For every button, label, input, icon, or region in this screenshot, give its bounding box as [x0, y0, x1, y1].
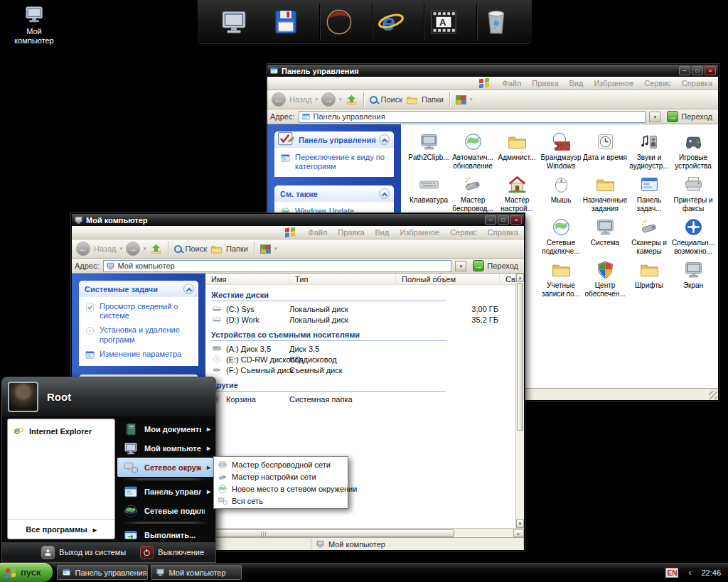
minimize-button[interactable]: − [485, 215, 496, 225]
my-documents-icon[interactable]: Мои документы ▸ [117, 419, 215, 438]
address-input[interactable]: Мой компьютер [103, 260, 452, 272]
sidebar-task-item[interactable]: Переключение к виду по категориям [280, 153, 390, 171]
go-button[interactable]: → Переход [470, 260, 521, 271]
menu-item[interactable]: Файл [502, 79, 521, 87]
search-label[interactable]: Поиск [381, 95, 402, 104]
search-label[interactable]: Поиск [186, 244, 207, 253]
back-dropdown-icon[interactable]: ▾ [120, 246, 123, 252]
back-button[interactable]: ← [76, 242, 90, 256]
menu-item[interactable]: Справка [488, 228, 518, 237]
control-panel-item[interactable]: Специальн... возможно... [671, 217, 715, 259]
menu-item[interactable]: Избранное [594, 79, 633, 87]
file-row[interactable]: Корзина Системная папка [205, 394, 515, 404]
taskbar-button[interactable]: Мой компьютер [151, 565, 242, 580]
control-panel-item[interactable]: Автоматич... обновление [451, 131, 495, 174]
search-icon[interactable] [174, 245, 182, 253]
control-panel-item[interactable]: Игровые устройства [671, 131, 715, 174]
maximize-button[interactable]: □ [498, 215, 509, 225]
control-panel-item[interactable]: Учетные записи по... [539, 259, 583, 302]
resize-grip[interactable] [709, 391, 717, 399]
column-header[interactable]: Полный объем [396, 274, 500, 285]
sidebar-task-item[interactable]: Установка и удаление программ [85, 325, 194, 344]
separator[interactable] [123, 478, 209, 480]
menu-item[interactable]: Справка [682, 79, 712, 87]
submenu-item[interactable]: Мастер настройки сети [215, 470, 346, 483]
file-row[interactable]: (C:) Sys Локальный диск 3,00 ГБ 1,09 ГБ [205, 303, 515, 314]
media-player-icon[interactable] [424, 4, 461, 41]
up-button[interactable] [346, 94, 358, 106]
menu-item[interactable]: Сервис [450, 228, 477, 237]
control-panel-item[interactable]: Система [583, 217, 627, 259]
minimize-button[interactable]: − [679, 66, 690, 75]
maximize-button[interactable]: □ [692, 66, 703, 75]
views-dropdown-icon[interactable]: ▾ [274, 246, 277, 252]
control-panel-item[interactable]: Дата и время [583, 131, 627, 174]
collapse-chevron-icon[interactable] [183, 284, 194, 294]
close-button[interactable]: × [510, 215, 522, 225]
desktop-icon-my-computer[interactable]: Мой компьютер [6, 4, 63, 45]
control-panel-titlebar[interactable]: Панель управления − □ × [267, 65, 718, 77]
language-indicator[interactable]: EN [665, 568, 678, 578]
all-programs-button[interactable]: Все программы ▸ [8, 519, 114, 539]
control-panel-item[interactable]: Звуки и аудиоустр... [627, 131, 671, 174]
control-panel-item[interactable]: Мастер беспровод... [451, 174, 495, 217]
control-panel-item[interactable]: Брандмауэр Windows [539, 131, 583, 174]
folders-icon[interactable] [406, 94, 418, 106]
file-row[interactable]: (D:) Work Локальный диск 35,2 ГБ 31,0 ГБ [205, 314, 515, 325]
internet-explorer-icon[interactable] [373, 4, 410, 41]
address-input[interactable]: Панель управления [299, 111, 646, 123]
file-row[interactable]: (A:) Диск 3,5 Диск 3,5 [205, 343, 515, 354]
recycle-bin-icon[interactable] [477, 4, 514, 41]
start-button[interactable]: пуск [0, 563, 53, 582]
logout-button[interactable]: Выход из системы [41, 546, 126, 559]
shutdown-button[interactable]: Выключение [140, 546, 204, 559]
separator[interactable] [123, 522, 209, 524]
folders-label[interactable]: Папки [226, 244, 248, 253]
scroll-down-icon[interactable]: ▼ [516, 519, 524, 528]
network-connections-icon[interactable]: Сетевые подключения [117, 501, 215, 520]
submenu-item[interactable]: Мастер беспроводной сети [215, 458, 346, 470]
run-icon[interactable]: Выполнить... [117, 525, 215, 544]
column-header[interactable]: Тип [289, 274, 396, 285]
control-panel-item[interactable]: Админист... [495, 131, 539, 174]
control-panel-item[interactable]: Path2Clipb... [407, 131, 451, 174]
folders-label[interactable]: Папки [422, 95, 444, 104]
floppy-drive-icon[interactable] [267, 4, 304, 41]
scroll-up-icon[interactable]: ▲ [516, 274, 524, 282]
control-panel-item[interactable]: Мышь [539, 174, 583, 217]
file-row[interactable]: (F:) Съемный диск Съемный диск [205, 365, 515, 375]
menu-item[interactable]: Избранное [400, 228, 439, 237]
control-panel-item[interactable]: Принтеры и факсы [671, 174, 715, 217]
control-panel-icon[interactable]: Панель управления ▸ [117, 482, 215, 501]
forward-dropdown-icon[interactable]: ▾ [339, 97, 342, 102]
menu-item[interactable]: Сервис [644, 79, 671, 87]
network-places-icon[interactable]: Сетевое окружение ▸ [117, 458, 215, 477]
views-icon[interactable] [456, 95, 466, 104]
control-panel-item[interactable]: Шрифты [627, 259, 671, 302]
back-dropdown-icon[interactable]: ▾ [316, 97, 318, 102]
vertical-scrollbar[interactable]: ▲ ▼ [515, 274, 524, 528]
forward-button[interactable]: → [321, 92, 336, 107]
address-dropdown-button[interactable]: ▾ [649, 112, 660, 122]
folders-icon[interactable] [210, 243, 223, 255]
control-panel-item[interactable]: Центр обеспечен... [583, 259, 627, 302]
back-button[interactable]: ← [272, 92, 286, 107]
control-panel-item[interactable]: Сетевые подключе... [539, 217, 583, 259]
column-header[interactable]: Свободно [500, 274, 515, 285]
my-computer-icon[interactable] [215, 4, 252, 41]
taskbar-button[interactable]: Панель управления [57, 565, 148, 580]
address-dropdown-button[interactable]: ▾ [455, 261, 466, 271]
menu-item[interactable]: Правка [338, 228, 364, 237]
collapse-chevron-icon[interactable] [379, 134, 390, 145]
close-button[interactable]: × [705, 66, 716, 75]
firefox-icon[interactable] [320, 4, 357, 41]
scrollbar-thumb[interactable] [517, 283, 523, 431]
start-item-internet-explorer[interactable]: Internet Explorer [8, 419, 114, 443]
control-panel-item[interactable]: Панель задач... [627, 174, 671, 217]
forward-button[interactable]: → [126, 242, 140, 256]
column-header[interactable]: Имя [205, 274, 289, 285]
control-panel-item[interactable]: Мастер настрой... [495, 174, 539, 217]
file-row[interactable]: (E:) CD-RW дисковод CD-дисковод [205, 354, 515, 365]
go-button[interactable]: → Переход [664, 111, 715, 122]
forward-dropdown-icon[interactable]: ▾ [144, 246, 146, 252]
